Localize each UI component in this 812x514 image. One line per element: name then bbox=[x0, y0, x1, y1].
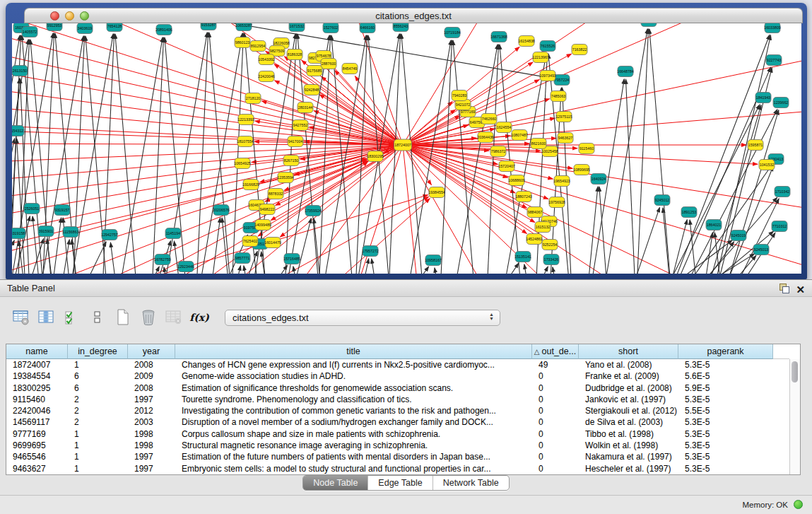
table-cell[interactable]: Yano et al. (2008) bbox=[579, 359, 678, 370]
table-cell[interactable]: Tourette syndrome. Phenomenology and cla… bbox=[175, 394, 532, 405]
table-selector[interactable]: citations_edges.txt ▲▼ bbox=[225, 310, 500, 326]
table-cell[interactable]: Disruption of a novel member of a sodium… bbox=[175, 416, 532, 428]
table-cell[interactable]: 0 bbox=[532, 370, 579, 382]
table-cell[interactable]: 1997 bbox=[128, 451, 175, 462]
table-cell[interactable]: Embryonic stem cells: a model to study s… bbox=[175, 463, 532, 474]
column-header-pagerank[interactable]: pagerank bbox=[678, 344, 773, 359]
table-cell[interactable]: Estimation of the future numbers of pati… bbox=[175, 451, 532, 462]
table-cell[interactable]: 49 bbox=[532, 359, 579, 370]
table-cell[interactable]: de Silva et al. (2003) bbox=[579, 416, 678, 428]
table-cell[interactable]: Corpus callosum shape and size in male p… bbox=[175, 428, 532, 440]
table-cell[interactable]: Wolkin et al. (1998) bbox=[579, 440, 678, 451]
table-cell[interactable]: 1 bbox=[68, 463, 128, 474]
table-settings-icon[interactable] bbox=[11, 308, 31, 327]
tab-network-table[interactable]: Network Table bbox=[433, 476, 509, 490]
table-cell[interactable]: Tibbo et al. (1998) bbox=[579, 428, 678, 440]
table-row[interactable]: 946362711997Embryonic stem cells: a mode… bbox=[6, 463, 789, 474]
tab-edge-table[interactable]: Edge Table bbox=[367, 476, 432, 490]
column-header-short[interactable]: short bbox=[579, 344, 678, 359]
window-titlebar[interactable]: citations_edges.txt bbox=[24, 8, 803, 23]
table-cell[interactable]: Changes of HCN gene expression and I(f) … bbox=[175, 359, 532, 370]
column-visibility-icon[interactable] bbox=[37, 308, 57, 327]
table-row[interactable]: 1938455462009Genome-wide association stu… bbox=[6, 370, 789, 382]
table-cell[interactable]: Hescheler et al. (1997) bbox=[579, 463, 678, 474]
table-cell[interactable]: 5.3E-5 bbox=[678, 463, 773, 474]
table-cell[interactable]: 1997 bbox=[128, 463, 175, 474]
table-row[interactable]: 1872400712008Changes of HCN gene express… bbox=[6, 359, 789, 370]
table-cell[interactable]: 1998 bbox=[128, 440, 175, 451]
table-row[interactable]: 1456911722003Disruption of a novel membe… bbox=[6, 416, 789, 428]
table-cell[interactable]: 19384554 bbox=[6, 370, 68, 382]
memory-ok-indicator[interactable] bbox=[794, 500, 803, 509]
table-row[interactable]: 969969511998Structural magnetic resonanc… bbox=[6, 440, 789, 451]
table-cell[interactable]: 0 bbox=[532, 451, 579, 462]
table-row[interactable]: 1830029562008Estimation of significance … bbox=[6, 382, 789, 394]
table-row[interactable]: 977716911998Corpus callosum shape and si… bbox=[6, 428, 789, 440]
table-cell[interactable]: 2003 bbox=[128, 416, 175, 428]
table-cell[interactable]: Dudbridge et al. (2008) bbox=[579, 382, 678, 394]
row-height-icon[interactable] bbox=[88, 308, 107, 327]
table-cell[interactable]: 0 bbox=[532, 416, 579, 428]
table-cell[interactable]: 5.6E-5 bbox=[678, 370, 773, 382]
table-cell[interactable]: 1997 bbox=[128, 394, 175, 405]
table-cell[interactable]: 0 bbox=[532, 382, 579, 394]
column-header-out_degree[interactable]: △out_de... bbox=[532, 344, 579, 359]
table-cell[interactable]: 0 bbox=[532, 405, 579, 416]
table-cell[interactable]: 18724007 bbox=[6, 359, 68, 370]
table-cell[interactable]: Estimation of significance thresholds fo… bbox=[175, 382, 532, 394]
row-selection-icon[interactable] bbox=[62, 308, 82, 327]
table-cell[interactable]: 2 bbox=[68, 394, 128, 405]
table-cell[interactable]: 5.3E-5 bbox=[678, 440, 773, 451]
table-cell[interactable]: 9465546 bbox=[6, 451, 68, 462]
table-cell[interactable]: 2 bbox=[68, 405, 128, 416]
column-header-in_degree[interactable]: in_degree bbox=[68, 344, 128, 359]
scrollbar-thumb[interactable] bbox=[792, 361, 798, 382]
table-cell[interactable]: 2009 bbox=[128, 370, 175, 382]
table-cell[interactable]: 18300295 bbox=[6, 382, 68, 394]
table-cell[interactable]: 1998 bbox=[128, 428, 175, 440]
table-cell[interactable]: Genome-wide association studies in ADHD. bbox=[175, 370, 532, 382]
graph-node[interactable] bbox=[641, 23, 657, 27]
table-row[interactable]: 2242004622012Investigating the contribut… bbox=[6, 405, 789, 416]
table-cell[interactable]: 9777169 bbox=[6, 428, 68, 440]
table-cell[interactable]: 0 bbox=[532, 428, 579, 440]
column-header-title[interactable]: title bbox=[175, 344, 532, 359]
table-cell[interactable]: 2 bbox=[68, 416, 128, 428]
table-row[interactable]: 911546021997Tourette syndrome. Phenomeno… bbox=[6, 394, 789, 405]
table-cell[interactable]: 1 bbox=[68, 440, 128, 451]
table-cell[interactable]: Jankovic et al. (1997) bbox=[579, 394, 678, 405]
table-cell[interactable]: 6 bbox=[68, 370, 128, 382]
table-cell[interactable]: Investigating the contribution of common… bbox=[175, 405, 532, 416]
table-cell[interactable]: 9463627 bbox=[6, 463, 68, 474]
close-panel-icon[interactable]: ✕ bbox=[796, 281, 805, 298]
table-cell[interactable]: 0 bbox=[532, 394, 579, 405]
table-cell[interactable]: Stergiakouli et al. (2012) bbox=[579, 405, 678, 416]
table-cell[interactable]: 5.3E-5 bbox=[678, 394, 773, 405]
column-header-year[interactable]: year bbox=[128, 344, 175, 359]
table-cell[interactable]: 9115460 bbox=[6, 394, 68, 405]
function-builder-icon[interactable]: f(x) bbox=[189, 308, 209, 327]
table-cell[interactable]: 5.9E-5 bbox=[678, 382, 773, 394]
network-canvas[interactable]: 1603381405572991295334036197654128208914… bbox=[12, 23, 801, 274]
table-scrollbar[interactable] bbox=[789, 359, 800, 474]
table-row[interactable]: 946554611997Estimation of the future num… bbox=[6, 451, 789, 462]
table-cell[interactable]: 5.3E-5 bbox=[678, 428, 773, 440]
table-cell[interactable]: Structural magnetic resonance image aver… bbox=[175, 440, 532, 451]
table-cell[interactable]: Franke et al. (2009) bbox=[579, 370, 678, 382]
table-cell[interactable]: 22420046 bbox=[6, 405, 68, 416]
table-cell[interactable]: 1 bbox=[68, 359, 128, 370]
table-cell[interactable]: 5.3E-5 bbox=[678, 359, 773, 370]
table-cell[interactable]: 5.3E-5 bbox=[678, 416, 773, 428]
table-cell[interactable]: 6 bbox=[68, 382, 128, 394]
table-cell[interactable]: 2008 bbox=[128, 359, 175, 370]
float-panel-icon[interactable] bbox=[779, 284, 789, 293]
table-cell[interactable]: 0 bbox=[532, 463, 579, 474]
table-cell[interactable]: 5.5E-5 bbox=[678, 405, 773, 416]
table-cell[interactable]: Nakamura et al. (1997) bbox=[579, 451, 678, 462]
delete-table-icon[interactable] bbox=[164, 308, 184, 327]
tab-node-table[interactable]: Node Table bbox=[303, 476, 367, 490]
table-cell[interactable]: 1 bbox=[68, 428, 128, 440]
table-cell[interactable]: 5.3E-5 bbox=[678, 451, 773, 462]
table-cell[interactable]: 2008 bbox=[128, 382, 175, 394]
new-column-icon[interactable] bbox=[113, 308, 133, 327]
